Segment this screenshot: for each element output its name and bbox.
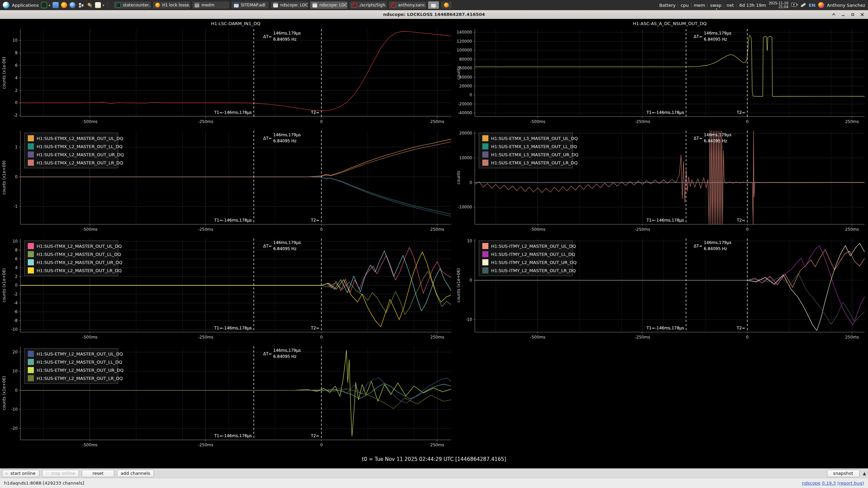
svg-text:10: 10 — [467, 239, 472, 243]
taskbar-window-button[interactable]: anthony.sanc... — [388, 1, 426, 9]
plot-sus-etmy-l2[interactable]: 20100-10-20-500ms-250ms0250mscounts (x1e… — [0, 342, 455, 450]
taskbar-window-button[interactable]: H1 lock losse... — [153, 1, 190, 9]
svg-text:counts (x1e+09): counts (x1e+09) — [2, 161, 6, 195]
maximize-button[interactable] — [850, 12, 855, 17]
svg-text:-20000: -20000 — [458, 102, 472, 106]
svg-text:T2=: T2= — [736, 326, 745, 330]
taskbar-window-button[interactable]: statecounter.... — [113, 1, 151, 9]
monitor-cpu[interactable]: cpu — [678, 3, 691, 8]
users-icon[interactable] — [86, 2, 93, 8]
taskbar-window-button[interactable]: SITEMAP.adl — [231, 1, 269, 9]
applications-menu[interactable]: Applications — [12, 3, 39, 8]
taskbar-window-button[interactable]: ndscope: LOC... — [270, 1, 308, 9]
firefox-icon — [444, 3, 449, 7]
stop-online-button[interactable]: □ stop online — [42, 470, 79, 477]
ndscope-link[interactable]: ndscope — [802, 481, 821, 486]
monitor-mem[interactable]: mem — [691, 3, 708, 8]
chevron-down-icon[interactable]: ▾ — [48, 3, 50, 7]
browser-icon[interactable] — [69, 2, 76, 8]
legend-swatch — [28, 243, 34, 249]
firefox-icon[interactable] — [61, 2, 67, 8]
shade-button[interactable] — [831, 12, 836, 17]
taskbar-window-button[interactable]: medm — [192, 1, 230, 9]
svg-text:-10: -10 — [11, 407, 18, 412]
close-button[interactable] — [860, 12, 865, 17]
clock[interactable]: 2025-11-10 21:04 — [769, 1, 788, 9]
legend-label: H1:SUS-ETMX_L3_MASTER_OUT_LL_DQ — [491, 144, 577, 149]
terminal-launcher-icon[interactable] — [41, 2, 47, 8]
svg-text:T1=-146ms,178µs: T1=-146ms,178µs — [646, 110, 684, 115]
svg-text:140000: 140000 — [457, 30, 472, 35]
brush-icon[interactable] — [801, 3, 806, 7]
taskbar-window-button[interactable]: ndscope: LOC... — [310, 1, 348, 9]
series-line — [20, 177, 451, 214]
svg-text:H1:ASC-AS_A_DC_NSUM_OUT_DQ: H1:ASC-AS_A_DC_NSUM_OUT_DQ — [633, 21, 706, 26]
taskbar-window-label: H1 lock losse... — [162, 3, 190, 7]
svg-text:6.84095 Hz: 6.84095 Hz — [273, 246, 297, 251]
chevron-down-icon[interactable]: ▾ — [102, 3, 104, 7]
user-menu[interactable]: Anthony Sanchez — [827, 3, 865, 8]
taskbar-window-button[interactable] — [441, 1, 452, 9]
battery-icon[interactable] — [791, 2, 798, 8]
plot-asc-as-a-dc-nsum[interactable]: 140000120000100000800006000040000200000-… — [455, 19, 868, 127]
taskbar-window-button[interactable] — [428, 1, 439, 9]
svg-text:-500ms: -500ms — [82, 443, 97, 447]
svg-text:146ms,179µs: 146ms,179µs — [704, 31, 731, 36]
notes-icon[interactable] — [95, 2, 101, 8]
legend-label: H1:SUS-ETMY_L2_MASTER_OUT_UR_DQ — [37, 368, 124, 373]
file-manager-icon[interactable] — [53, 2, 59, 8]
svg-text:0: 0 — [469, 93, 472, 97]
svg-text:0: 0 — [15, 100, 18, 105]
svg-text:-6: -6 — [14, 309, 18, 314]
snapshot-label: snapshot — [833, 471, 853, 476]
plot-sus-etmx-l2[interactable]: 10-1-500ms-250ms0250mscounts (x1e+09)T1=… — [0, 127, 455, 235]
plot-sus-itmx-l2[interactable]: 1086420-2-4-6-8-10-500ms-250ms0250mscoun… — [0, 235, 455, 342]
plot-sus-etmx-l3[interactable]: 20000100000-10000-500ms-250ms0250mscount… — [455, 127, 868, 235]
svg-text:-500ms: -500ms — [82, 119, 97, 124]
user-avatar-icon[interactable] — [818, 2, 824, 8]
svg-text:8: 8 — [15, 50, 18, 55]
svg-text:-40000: -40000 — [458, 110, 472, 115]
plot-sus-itmy-l2[interactable]: 100-10-500ms-250ms0250mscounts (x1e+06)T… — [455, 235, 868, 342]
window-light-icon — [273, 3, 278, 7]
distro-logo-icon[interactable] — [3, 2, 9, 8]
taskbar-window-button[interactable]: ./scripts/Sigh... — [349, 1, 387, 9]
svg-text:T2=: T2= — [310, 433, 319, 438]
stop-online-label: stop online — [51, 471, 75, 476]
legend-label: H1:SUS-ITMX_L2_MASTER_OUT_LR_DQ — [37, 268, 122, 273]
keyboard-layout[interactable]: EN — [809, 3, 815, 8]
version-link[interactable]: 0.19.3 — [822, 481, 836, 486]
legend-swatch — [28, 251, 34, 257]
report-bug-link[interactable]: (report bug) — [837, 481, 864, 486]
legend-swatch — [482, 151, 488, 158]
snapshot-button[interactable]: snapshot — [827, 470, 860, 477]
svg-text:-250ms: -250ms — [198, 119, 213, 124]
svg-text:H1:LSC-DARM_IN1_DQ: H1:LSC-DARM_IN1_DQ — [211, 21, 261, 26]
svg-text:-250ms: -250ms — [635, 335, 650, 340]
monitor-swap[interactable]: swap — [708, 3, 724, 8]
svg-text:T2=: T2= — [310, 218, 319, 223]
legend-swatch — [28, 151, 34, 158]
svg-text:T2=: T2= — [310, 110, 319, 115]
add-channels-button[interactable]: add channels — [117, 470, 154, 477]
plot-lsc-darm[interactable]: 1086420-2-500ms-250ms0250mscounts (x1e-0… — [0, 19, 455, 127]
share-icon[interactable] — [78, 2, 84, 8]
plot-legend: H1:SUS-ETMX_L3_MASTER_OUT_UL_DQH1:SUS-ET… — [479, 133, 578, 168]
svg-text:20: 20 — [13, 350, 18, 354]
reset-button[interactable]: reset — [82, 470, 114, 477]
plot-legend: H1:SUS-ETMX_L2_MASTER_OUT_UL_DQH1:SUS-ET… — [24, 133, 124, 168]
svg-text:20000: 20000 — [459, 131, 472, 136]
start-online-button[interactable]: ▷ start online — [2, 470, 39, 477]
svg-text:0: 0 — [320, 335, 323, 340]
monitor-net[interactable]: net — [724, 3, 736, 8]
minimize-button[interactable] — [841, 12, 846, 17]
monitor-battery[interactable]: Battery — [657, 3, 678, 8]
expand-toolbar-icon[interactable]: ▲ — [863, 471, 866, 476]
legend-swatch — [482, 251, 488, 257]
taskbar: Applications ▾ ▾ statecounter....H1 lock… — [0, 0, 868, 10]
svg-text:counts (x1e+06): counts (x1e+06) — [2, 268, 6, 303]
svg-text:146ms,179µs: 146ms,179µs — [273, 133, 301, 137]
svg-text:-500ms: -500ms — [82, 335, 97, 340]
legend-label: H1:SUS-ETMY_L2_MASTER_OUT_LL_DQ — [37, 360, 122, 365]
statusbar: h1daqnds1:8088 [429233 channels] ndscope… — [0, 478, 868, 488]
